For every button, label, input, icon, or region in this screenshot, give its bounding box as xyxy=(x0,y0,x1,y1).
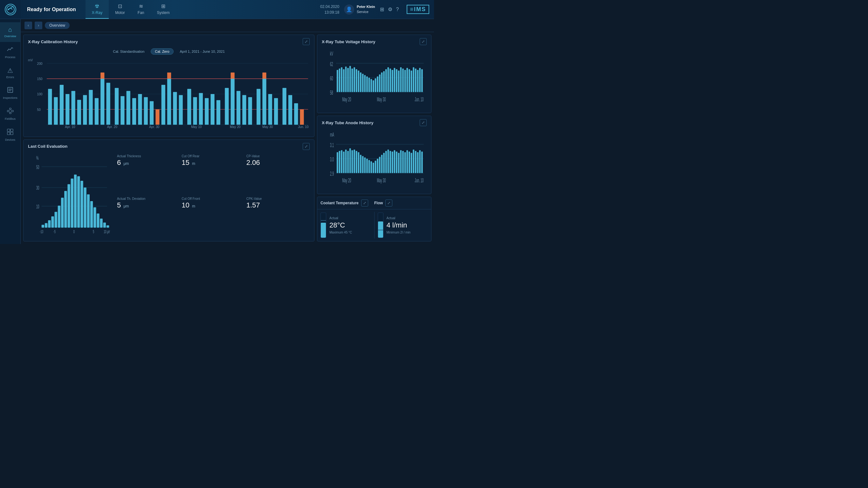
svg-rect-67 xyxy=(256,89,260,125)
voltage-expand[interactable]: ⤢ xyxy=(420,38,427,45)
temp-max-label: Maximum 45 °C xyxy=(330,231,352,234)
coolant-temp-expand[interactable]: ⤢ xyxy=(361,199,368,206)
svg-rect-49 xyxy=(155,109,159,125)
user-role: Service xyxy=(357,9,375,14)
anode-expand[interactable]: ⤢ xyxy=(420,119,427,126)
svg-rect-143 xyxy=(341,150,342,173)
svg-rect-198 xyxy=(61,198,64,227)
xray-cal-header: X-Ray Calibration History ⤢ xyxy=(24,35,314,47)
xray-cal-title: X-Ray Calibration History xyxy=(28,39,78,44)
coolant-flow-title: Flow xyxy=(374,201,383,205)
warning-icon: ⚠ xyxy=(7,67,13,74)
tab-system[interactable]: ⊞ System xyxy=(151,0,176,19)
sidebar-errors-label: Errors xyxy=(6,76,14,79)
svg-text:100: 100 xyxy=(37,93,42,96)
tab-xray[interactable]: ☢ X-Ray xyxy=(86,0,109,19)
svg-rect-62 xyxy=(231,72,235,78)
svg-text:May 20: May 20 xyxy=(230,125,241,129)
stat-cutoff-rear: Cut Off Rear 15 m xyxy=(182,154,245,196)
svg-rect-201 xyxy=(71,178,73,227)
svg-rect-159 xyxy=(375,161,376,173)
sidebar-item-errors[interactable]: ⚠ Errors xyxy=(0,63,20,83)
xray-cal-expand[interactable]: ⤢ xyxy=(303,38,310,45)
svg-rect-108 xyxy=(375,78,376,92)
actual-thickness-label: Actual Thickness xyxy=(117,154,180,158)
coil-expand[interactable]: ⤢ xyxy=(303,143,310,150)
svg-rect-38 xyxy=(95,98,99,125)
svg-text:Jun. 10: Jun. 10 xyxy=(414,177,424,184)
svg-rect-110 xyxy=(379,74,380,92)
tab-motor[interactable]: ⊡ Motor xyxy=(109,0,131,19)
svg-rect-118 xyxy=(396,69,397,92)
sidebar-inspections-label: Inspections xyxy=(3,96,18,100)
sidebar-item-overview[interactable]: ⌂ Overview xyxy=(0,22,20,42)
svg-text:kV: kV xyxy=(330,50,333,57)
svg-text:10 μm: 10 μm xyxy=(104,229,110,234)
svg-rect-111 xyxy=(381,72,383,92)
coil-histogram-area: % 50 30 10 xyxy=(24,152,113,241)
svg-rect-105 xyxy=(369,78,370,92)
sidebar-item-fieldbus[interactable]: Fieldbus xyxy=(0,104,20,125)
cutoff-front-label: Cut Off Front xyxy=(182,197,245,200)
voltage-header: X-Ray Tube Voltage History ⤢ xyxy=(317,35,431,47)
anode-svg: mA 3.1 3.0 2.9 xyxy=(330,129,427,188)
svg-rect-97 xyxy=(351,69,353,92)
xray-anode-card: X-Ray Tube Anode History ⤢ mA 3.1 3.0 2.… xyxy=(317,116,431,194)
svg-rect-181 xyxy=(421,152,423,173)
svg-rect-130 xyxy=(421,69,423,92)
user-name: Peter Klein xyxy=(357,4,375,9)
breadcrumb-forward[interactable]: › xyxy=(35,22,42,29)
dashboard: X-Ray Calibration History ⤢ Cal. Standar… xyxy=(21,32,434,244)
svg-rect-197 xyxy=(58,205,60,227)
svg-rect-68 xyxy=(262,72,266,78)
help-icon[interactable]: ? xyxy=(396,7,399,12)
svg-rect-115 xyxy=(390,69,391,92)
user-info: Peter Klein Service xyxy=(357,4,375,14)
expand-icon[interactable]: ⊞ xyxy=(380,6,384,12)
svg-rect-151 xyxy=(358,152,359,173)
svg-rect-193 xyxy=(45,223,48,227)
coolant-flow-header: Flow ⤢ xyxy=(374,199,428,206)
sidebar-item-devices[interactable]: Devices xyxy=(0,125,20,145)
breadcrumb-back[interactable]: ‹ xyxy=(25,22,32,29)
svg-rect-172 xyxy=(402,151,404,173)
svg-rect-53 xyxy=(173,92,177,125)
svg-rect-7 xyxy=(9,108,11,109)
svg-rect-124 xyxy=(409,69,410,92)
svg-rect-104 xyxy=(366,76,368,92)
svg-rect-55 xyxy=(187,89,191,125)
settings-icon[interactable]: ⚙ xyxy=(388,6,392,12)
svg-text:May 30: May 30 xyxy=(377,177,386,184)
filter-cal-zero[interactable]: Cal. Zero xyxy=(151,48,173,55)
svg-rect-166 xyxy=(390,151,391,173)
temp-actual-value: 28°C xyxy=(330,221,352,229)
flow-actual-value: 4 l/min xyxy=(386,221,411,229)
sidebar-item-process[interactable]: Process xyxy=(0,42,20,63)
sidebar-item-inspections[interactable]: Inspections xyxy=(0,83,20,104)
svg-rect-91 xyxy=(339,69,341,92)
sidebar-fieldbus-label: Fieldbus xyxy=(5,117,16,121)
svg-rect-210 xyxy=(100,219,102,227)
svg-rect-157 xyxy=(370,161,372,173)
svg-rect-128 xyxy=(417,70,419,92)
svg-rect-93 xyxy=(343,69,345,92)
tab-fan[interactable]: ≋ Fan xyxy=(131,0,151,19)
actual-thickness-value: 6 μm xyxy=(117,159,180,167)
svg-rect-42 xyxy=(115,88,119,125)
svg-rect-206 xyxy=(87,194,90,227)
svg-rect-31 xyxy=(54,97,58,125)
coolant-temp-values: Actual 28°C Maximum 45 °C xyxy=(330,216,352,234)
svg-rect-204 xyxy=(81,181,83,227)
voltage-chart: kV 62 60 58 xyxy=(317,47,431,113)
time-line: 13:09:18 xyxy=(320,9,339,15)
svg-rect-17 xyxy=(10,132,13,135)
devices-icon xyxy=(7,128,14,137)
filter-standardisation[interactable]: Cal. Standardisation xyxy=(113,50,144,53)
svg-rect-200 xyxy=(67,184,70,227)
svg-rect-113 xyxy=(385,69,387,92)
svg-text:Apr. 20: Apr. 20 xyxy=(107,125,117,129)
coil-title: Last Coil Evaluation xyxy=(28,144,67,149)
coil-header: Last Coil Evaluation ⤢ xyxy=(24,140,314,152)
svg-rect-14 xyxy=(7,129,10,132)
coolant-flow-expand[interactable]: ⤢ xyxy=(385,199,392,206)
